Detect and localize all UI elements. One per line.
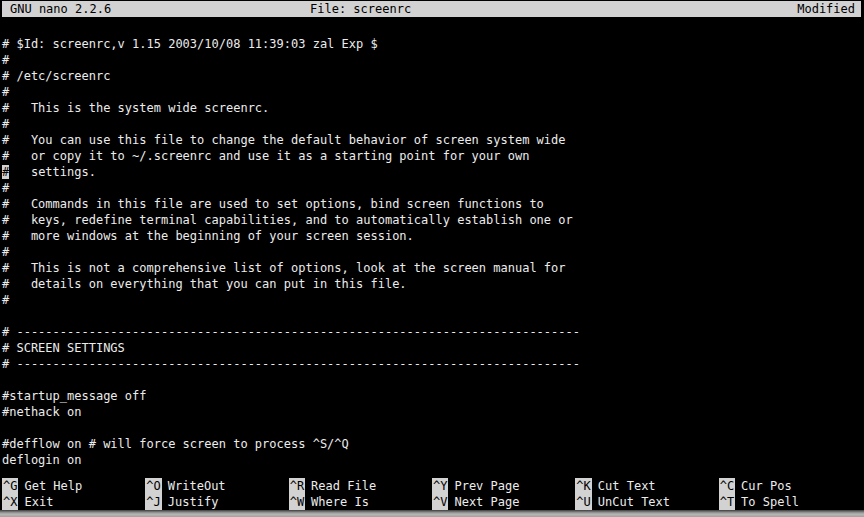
shortcut-uncut-text[interactable]: ^UUnCut Text (575, 494, 718, 510)
shortcut-label: Exit (24, 495, 53, 509)
terminal-window[interactable]: GNU nano 2.2.6 File: screenrc Modified #… (0, 0, 864, 517)
editor-line: # keys, redefine terminal capabilities, … (2, 212, 864, 228)
editor-line: # You can use this file to change the de… (2, 132, 864, 148)
keycap: ^V (432, 494, 448, 510)
shortcut-prev-page[interactable]: ^YPrev Page (432, 478, 575, 494)
keycap: ^W (289, 494, 305, 510)
shortcut-label: Cut Text (598, 479, 656, 493)
editor-line: # or copy it to ~/.screenrc and use it a… (2, 148, 864, 164)
shortcut-to-spell[interactable]: ^TTo Spell (719, 494, 862, 510)
keycap: ^K (575, 478, 591, 494)
editor-line: # (2, 116, 864, 132)
keycap: ^R (289, 478, 305, 494)
file-name-label: File: screenrc (310, 1, 411, 17)
editor-line: # (2, 292, 864, 308)
editor-line (2, 372, 864, 388)
shortcut-label: WriteOut (168, 479, 226, 493)
shortcut-bar: ^GGet Help^OWriteOut^RRead File^YPrev Pa… (2, 478, 862, 510)
editor-line: # /etc/screenrc (2, 68, 864, 84)
editor-line: # (2, 180, 864, 196)
shortcut-label: Prev Page (454, 479, 519, 493)
shortcut-cut-text[interactable]: ^KCut Text (575, 478, 718, 494)
keycap: ^T (719, 494, 735, 510)
editor-line: # Commands in this file are used to set … (2, 196, 864, 212)
editor-line: # This is the system wide screenrc. (2, 100, 864, 116)
shortcut-label: Justify (168, 495, 219, 509)
window-bottom-edge (0, 510, 864, 517)
keycap: ^U (575, 494, 591, 510)
editor-line: # (2, 84, 864, 100)
shortcut-next-page[interactable]: ^VNext Page (432, 494, 575, 510)
shortcut-label: Cur Pos (741, 479, 792, 493)
editor-line (2, 420, 864, 436)
editor-line: #defflow on # will force screen to proce… (2, 436, 864, 452)
shortcut-get-help[interactable]: ^GGet Help (2, 478, 145, 494)
editor-line: # This is not a comprehensive list of op… (2, 260, 864, 276)
editor-line: # more windows at the beginning of your … (2, 228, 864, 244)
editor-line: # SCREEN SETTINGS (2, 340, 864, 356)
cursor-block: # (2, 165, 9, 179)
shortcut-label: Next Page (454, 495, 519, 509)
shortcut-writeout[interactable]: ^OWriteOut (145, 478, 288, 494)
keycap: ^O (145, 478, 161, 494)
shortcut-exit[interactable]: ^XExit (2, 494, 145, 510)
shortcut-where-is[interactable]: ^WWhere Is (289, 494, 432, 510)
editor-area[interactable]: # $Id: screenrc,v 1.15 2003/10/08 11:39:… (2, 36, 864, 468)
editor-line: # --------------------------------------… (2, 356, 864, 372)
editor-line (2, 308, 864, 324)
modified-status-badge: Modified (797, 1, 855, 17)
shortcut-read-file[interactable]: ^RRead File (289, 478, 432, 494)
editor-line: # (2, 52, 864, 68)
editor-line: #startup_message off (2, 388, 864, 404)
shortcut-label: Get Help (24, 479, 82, 493)
editor-line: # (2, 244, 864, 260)
keycap: ^Y (432, 478, 448, 494)
shortcut-cur-pos[interactable]: ^CCur Pos (719, 478, 862, 494)
keycap: ^J (145, 494, 161, 510)
shortcut-label: UnCut Text (598, 495, 670, 509)
shortcut-justify[interactable]: ^JJustify (145, 494, 288, 510)
editor-line: # --------------------------------------… (2, 324, 864, 340)
keycap: ^X (2, 494, 18, 510)
editor-line: #nethack on (2, 404, 864, 420)
keycap: ^G (2, 478, 18, 494)
shortcut-label: Where Is (311, 495, 369, 509)
editor-line: # $Id: screenrc,v 1.15 2003/10/08 11:39:… (2, 36, 864, 52)
app-version-label: GNU nano 2.2.6 (10, 1, 111, 17)
nano-title-bar: GNU nano 2.2.6 File: screenrc Modified (2, 1, 861, 17)
shortcut-label: To Spell (741, 495, 799, 509)
editor-line: # settings. (2, 164, 864, 180)
keycap: ^C (719, 478, 735, 494)
editor-line: # details on everything that you can put… (2, 276, 864, 292)
editor-line: deflogin on (2, 452, 864, 468)
shortcut-label: Read File (311, 479, 376, 493)
